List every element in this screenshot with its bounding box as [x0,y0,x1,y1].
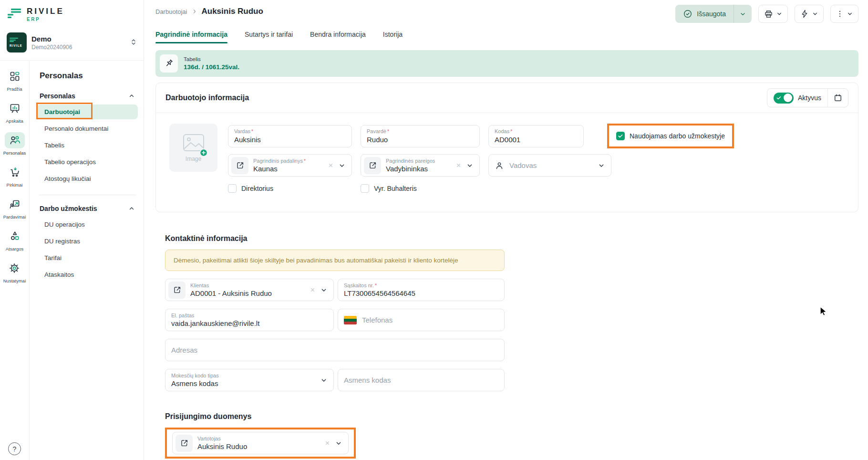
tab-bendra-informacija[interactable]: Bendra informacija [310,31,366,43]
padalinys-select[interactable]: Pagrindinis padalinys* Kaunas [228,154,352,177]
active-toggle[interactable]: Aktyvus [767,89,827,107]
checkbox-unchecked[interactable] [228,184,237,193]
asmens-kodas-field[interactable]: Asmens kodas [338,369,505,391]
check-icon [776,95,782,101]
mokesciu-kodo-tipas-select[interactable]: Mokesčių kodo tipas Asmens kodas [165,369,334,391]
print-button[interactable] [758,5,788,23]
add-photo-icon[interactable] [199,148,208,157]
nav-item-du-operacijos[interactable]: DU operacijos [37,217,138,232]
saved-dropdown-button[interactable] [734,5,752,23]
breadcrumb-parent[interactable]: Darbuotojai [155,8,187,15]
adresas-field[interactable]: Adresas [165,339,505,361]
checkbox-label: Direktorius [241,185,273,192]
required-asterisk: * [304,158,306,164]
vadovas-select[interactable]: Vadovas [488,154,611,177]
chevron-up-icon [128,93,135,99]
chevron-down-icon[interactable] [320,376,328,384]
rail-item-apskaita[interactable]: Apskaita [5,100,25,124]
pin-icon [160,54,178,73]
payroll-checkbox[interactable]: Naudojamas darbo užmokestyje [616,132,725,140]
saskaitos-nr-field[interactable]: Sąskaitos nr.* LT7300654564564645 [338,279,505,301]
rail-item-personalas[interactable]: Personalas [3,132,26,156]
vardas-field[interactable]: Vardas* Auksinis [228,125,352,147]
lithuania-flag-icon[interactable] [344,316,357,324]
pavarde-field[interactable]: Pavardė* Ruduo [361,125,480,147]
external-link-icon[interactable] [176,435,193,452]
chevron-down-icon[interactable] [598,162,605,169]
nav-item-ataskaitos[interactable]: Ataskaitos [37,267,138,282]
tabelis-banner[interactable]: Tabelis 136d. / 1061.25val. [155,50,858,77]
rail-item-nustatymai[interactable]: Nustatymai [3,260,26,283]
pareigos-select[interactable]: Pagrindinės pareigos Vadybininkas [361,154,480,177]
sidebar: RIVILE ERP RIVILE Demo Demo20240906 [0,0,144,460]
nav-item-tabelis[interactable]: Tabelis [37,138,138,153]
chevron-down-icon [739,10,746,18]
rail-item-pradzia[interactable]: Pradžia [5,68,25,92]
chevron-down-icon[interactable] [335,439,342,447]
clear-icon[interactable] [327,162,334,169]
nav-group-darbo-uzmokestis[interactable]: Darbo užmokestis [40,205,135,212]
contact-section: Kontaktinė informacija Dėmesio, pakeitim… [165,234,858,391]
nav-item-label: Atostogų likučiai [44,175,91,182]
field-label-text: Vartotojas [197,436,221,441]
field-label-text: Mokesčių kodo tipas [171,373,219,378]
vartotojas-select[interactable]: Vartotojas Auksinis Ruduo [172,432,349,454]
field-label: Kodas* [495,128,578,135]
tab-istorija[interactable]: Istorija [383,31,403,43]
direktorius-checkbox[interactable]: Direktorius [228,184,361,193]
checkbox-unchecked[interactable] [361,184,369,193]
company-switch-icon[interactable] [129,37,138,47]
clear-icon[interactable] [309,286,316,293]
nav-item-darbuotojai[interactable]: Darbuotojai [37,105,138,119]
brand-logo[interactable]: RIVILE ERP [0,0,144,29]
field-label-text: Klientas [190,282,209,288]
chevron-down-icon[interactable] [320,286,328,294]
nav-item-tarifai[interactable]: Tarifai [37,251,138,265]
breadcrumb: Darbuotojai Auksinis Ruduo [155,5,263,16]
nav-group-personalas[interactable]: Personalas [40,92,135,100]
required-asterisk: * [251,129,253,134]
company-selector[interactable]: RIVILE Demo Demo20240906 [0,29,144,60]
el-pastas-field[interactable]: El. paštas vaida.jankauskiene@rivile.lt [165,309,334,331]
rail-item-pardavimai[interactable]: Pardavimai [3,196,26,220]
nav-group-label: Darbo užmokestis [40,205,97,212]
field-value: Vadybininkas [386,165,451,173]
tab-pagrindine-informacija[interactable]: Pagrindinė informacija [155,31,227,43]
section-title-login: Prisijungimo duomenys [165,412,858,421]
clear-icon[interactable] [455,162,462,169]
nav-item-personalo-dokumentai[interactable]: Personalo dokumentai [37,121,138,136]
kodas-field[interactable]: Kodas* AD0001 [488,125,584,147]
field-label-text: Vardas [234,128,250,134]
nav-item-du-registras[interactable]: DU registras [37,234,138,249]
rail-item-atsargos[interactable]: Atsargos [5,228,25,251]
more-menu-button[interactable] [830,5,858,23]
toggle-on[interactable] [774,93,794,104]
field-placeholder: Telefonas [362,316,498,324]
clear-icon[interactable] [324,439,331,447]
nav-item-tabelio-operacijos[interactable]: Tabelio operacijos [37,155,138,169]
calendar-button[interactable] [827,89,848,107]
rail-item-pirkimai[interactable]: Pirkimai [5,164,25,188]
chevron-down-icon [847,10,853,17]
quick-actions-button[interactable] [795,5,824,23]
saved-button[interactable]: Išsaugota [675,5,752,23]
field-label-text: Pagrindinės pareigos [386,158,435,164]
nav-item-atostogu-likuciai[interactable]: Atostogų likučiai [37,171,138,186]
external-link-icon[interactable] [364,157,381,174]
chevron-down-icon[interactable] [338,162,346,169]
telefonas-field[interactable]: Telefonas [338,309,505,331]
check-circle-icon [683,9,692,19]
klientas-select[interactable]: Klientas AD0001 - Auksinis Ruduo [165,279,334,301]
checkbox-checked-icon[interactable] [616,132,625,140]
rail-label: Pirkimai [7,182,23,188]
tab-sutartys-ir-tarifai[interactable]: Sutartys ir tarifai [245,31,293,43]
lightning-icon [800,9,809,19]
external-link-icon[interactable] [231,157,248,174]
help-button[interactable]: ? [8,442,21,455]
buhalteris-checkbox[interactable]: Vyr. Buhalteris [361,184,417,193]
rail-label: Pradžia [7,86,22,92]
cart-icon [9,167,21,178]
photo-upload[interactable]: Image [169,124,217,172]
chevron-down-icon[interactable] [466,162,474,169]
external-link-icon[interactable] [168,282,186,299]
